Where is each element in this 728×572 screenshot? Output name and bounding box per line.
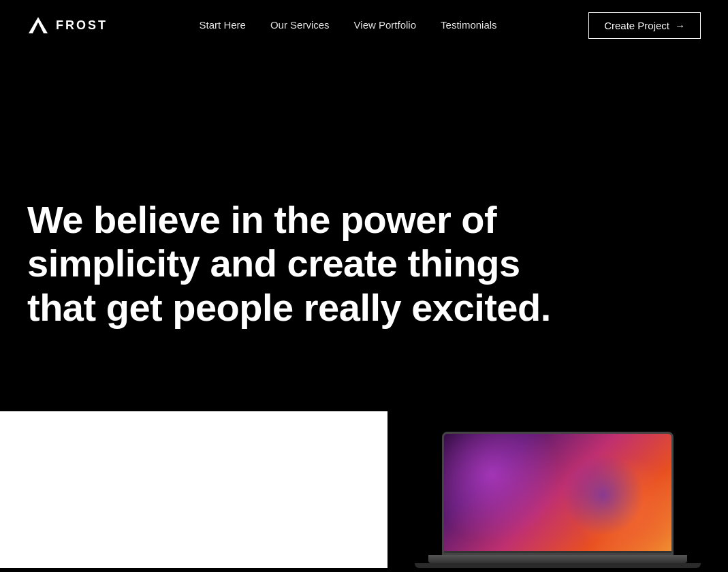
laptop-base-bottom: [415, 563, 701, 568]
nav-our-services[interactable]: Our Services: [270, 19, 330, 31]
laptop-mockup: [415, 432, 701, 568]
nav-start-here[interactable]: Start Here: [200, 19, 246, 31]
hero-section: We believe in the power of simplicity an…: [0, 50, 728, 411]
lower-left-panel: [0, 411, 387, 568]
laptop-base: [428, 555, 687, 563]
laptop-screen: [442, 432, 674, 555]
hero-headline: We believe in the power of simplicity an…: [27, 198, 586, 330]
create-project-button[interactable]: Create Project →: [588, 12, 701, 39]
create-project-arrow: →: [675, 20, 685, 31]
logo-link[interactable]: FROST: [27, 16, 108, 35]
screen-decoration-1: [442, 432, 560, 543]
logo-icon: [27, 16, 49, 35]
lower-right-panel: [387, 411, 728, 568]
nav-view-portfolio[interactable]: View Portfolio: [354, 19, 416, 31]
nav-testimonials[interactable]: Testimonials: [441, 19, 497, 31]
create-project-label: Create Project: [604, 20, 669, 31]
brand-name: FROST: [56, 18, 108, 33]
lower-section: [0, 411, 728, 568]
nav-links: Start Here Our Services View Portfolio T…: [200, 19, 497, 31]
navbar: FROST Start Here Our Services View Portf…: [0, 0, 728, 50]
screen-decoration-3: [563, 454, 644, 536]
